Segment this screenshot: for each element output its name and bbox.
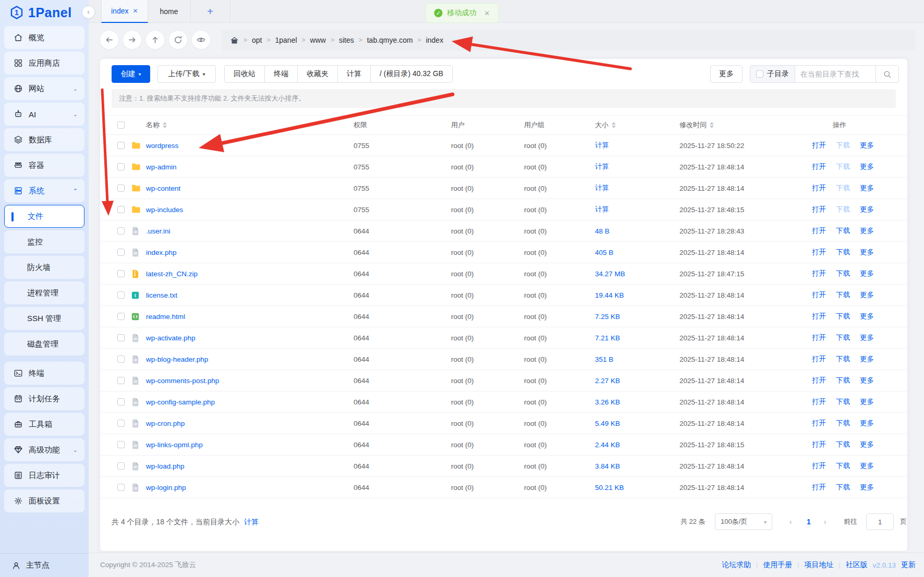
breadcrumb-segment[interactable]: opt	[252, 36, 262, 44]
file-name-link[interactable]: wp-cron.php	[146, 420, 185, 427]
action-打开[interactable]: 打开	[812, 205, 826, 214]
file-name-link[interactable]: .user.ini	[146, 227, 171, 235]
page-size-select[interactable]: 100条/页▾	[715, 513, 772, 530]
size-link[interactable]: 3.84 KB	[595, 462, 620, 470]
action-更多[interactable]: 更多	[860, 461, 874, 471]
action-更多[interactable]: 更多	[860, 183, 874, 193]
column-header-名称[interactable]: 名称	[146, 116, 167, 134]
row-checkbox[interactable]	[117, 135, 125, 156]
file-name-link[interactable]: wp-admin	[146, 163, 177, 171]
footer-link-项目地址[interactable]: 项目地址	[805, 560, 834, 570]
action-下载[interactable]: 下载	[836, 269, 850, 278]
breadcrumb-segment[interactable]: tab.qmye.com	[367, 36, 413, 44]
goto-page-input[interactable]	[866, 513, 894, 530]
sidebar-item-磁盘管理[interactable]: 磁盘管理	[4, 333, 84, 355]
more-button[interactable]: 更多	[710, 65, 743, 83]
action-更多[interactable]: 更多	[860, 226, 874, 236]
action-下载[interactable]: 下载	[836, 461, 850, 471]
sidebar-item-系统[interactable]: 系统⌃	[4, 179, 84, 202]
file-name-link[interactable]: wp-links-opml.php	[146, 441, 203, 449]
file-name-link[interactable]: readme.html	[146, 313, 185, 321]
update-link[interactable]: 更新	[901, 560, 916, 570]
action-更多[interactable]: 更多	[860, 205, 874, 214]
action-更多[interactable]: 更多	[860, 354, 874, 364]
size-link[interactable]: 405 B	[595, 249, 613, 256]
prev-page-button[interactable]: ‹	[789, 513, 792, 530]
size-link[interactable]: 计算	[595, 141, 609, 150]
toolbar-group-button[interactable]: / (根目录) 40.32 GB	[371, 66, 452, 82]
tab-close-icon[interactable]: ✕	[132, 7, 138, 15]
tab-add-button[interactable]: +	[191, 0, 230, 23]
action-更多[interactable]: 更多	[860, 290, 874, 300]
row-checkbox[interactable]	[117, 477, 125, 498]
file-name-link[interactable]: wp-activate.php	[146, 334, 196, 342]
nav-back-button[interactable]	[100, 30, 119, 50]
toast-close-icon[interactable]: ✕	[484, 9, 490, 17]
sidebar-item-数据库[interactable]: 数据库	[4, 128, 84, 151]
action-打开[interactable]: 打开	[812, 461, 826, 471]
size-link[interactable]: 3.26 KB	[595, 398, 620, 406]
file-name-link[interactable]: wp-blog-header.php	[146, 355, 208, 363]
action-下载[interactable]: 下载	[836, 440, 850, 449]
file-name-link[interactable]: latest-zh_CN.zip	[146, 270, 198, 278]
breadcrumb-segment[interactable]: index	[426, 36, 443, 44]
action-下载[interactable]: 下载	[836, 354, 850, 364]
action-更多[interactable]: 更多	[860, 162, 874, 171]
toolbar-group-button[interactable]: 终端	[265, 66, 298, 82]
action-下载[interactable]: 下载	[836, 376, 850, 385]
sidebar-item-应用商店[interactable]: 应用商店	[4, 52, 84, 75]
nav-view-button[interactable]	[191, 30, 211, 50]
action-下载[interactable]: 下载	[836, 290, 850, 300]
action-打开[interactable]: 打开	[812, 354, 826, 364]
file-name-link[interactable]: wp-content	[146, 185, 180, 192]
column-header-大小[interactable]: 大小	[595, 116, 616, 134]
toolbar-group-button[interactable]: 收藏夹	[298, 66, 338, 82]
row-checkbox[interactable]	[117, 156, 125, 177]
action-下载[interactable]: 下载	[836, 248, 850, 257]
row-checkbox[interactable]	[117, 391, 125, 412]
size-link[interactable]: 34.27 MB	[595, 270, 625, 278]
tab-index[interactable]: index✕	[101, 0, 148, 23]
size-link[interactable]: 50.21 KB	[595, 484, 624, 492]
sidebar-item-终端[interactable]: 终端	[4, 362, 84, 385]
file-name-link[interactable]: wp-comments-post.php	[146, 377, 219, 385]
size-link[interactable]: 计算	[595, 183, 609, 193]
file-name-link[interactable]: wp-config-sample.php	[146, 398, 215, 406]
action-更多[interactable]: 更多	[860, 376, 874, 385]
size-link[interactable]: 7.25 KB	[595, 313, 620, 321]
size-link[interactable]: 19.44 KB	[595, 291, 624, 299]
file-name-link[interactable]: wp-load.php	[146, 462, 185, 470]
action-打开[interactable]: 打开	[812, 312, 826, 321]
sidebar-item-SSH 管理[interactable]: SSH 管理	[4, 307, 84, 330]
toolbar-group-button[interactable]: 计算	[338, 66, 371, 82]
action-下载[interactable]: 下载	[836, 483, 850, 492]
select-all-checkbox[interactable]	[117, 116, 125, 134]
file-name-link[interactable]: license.txt	[146, 291, 177, 299]
sidebar-node-item[interactable]: 主节点	[0, 553, 89, 577]
action-更多[interactable]: 更多	[860, 397, 874, 407]
sidebar-item-日志审计[interactable]: 日志审计	[4, 464, 84, 487]
action-下载[interactable]: 下载	[836, 312, 850, 321]
action-打开[interactable]: 打开	[812, 183, 826, 193]
sidebar-item-计划任务[interactable]: 计划任务	[4, 387, 84, 410]
action-更多[interactable]: 更多	[860, 141, 874, 150]
size-link[interactable]: 7.21 KB	[595, 334, 620, 342]
create-button[interactable]: 创建▾	[112, 65, 150, 83]
action-打开[interactable]: 打开	[812, 226, 826, 236]
sidebar-item-容器[interactable]: 容器	[4, 154, 84, 177]
size-link[interactable]: 2.44 KB	[595, 441, 620, 449]
action-更多[interactable]: 更多	[860, 419, 874, 428]
file-name-link[interactable]: wp-login.php	[146, 484, 186, 492]
sidebar-item-监控[interactable]: 监控	[4, 230, 84, 253]
sidebar-item-防火墙[interactable]: 防火墙	[4, 256, 84, 279]
row-checkbox[interactable]	[117, 434, 125, 455]
row-checkbox[interactable]	[117, 306, 125, 327]
action-下载[interactable]: 下载	[836, 333, 850, 342]
row-checkbox[interactable]	[117, 456, 125, 476]
action-更多[interactable]: 更多	[860, 248, 874, 257]
breadcrumb-segment[interactable]: www	[310, 36, 326, 44]
row-checkbox[interactable]	[117, 178, 125, 199]
size-link[interactable]: 5.49 KB	[595, 420, 620, 427]
action-打开[interactable]: 打开	[812, 333, 826, 342]
action-打开[interactable]: 打开	[812, 141, 826, 150]
